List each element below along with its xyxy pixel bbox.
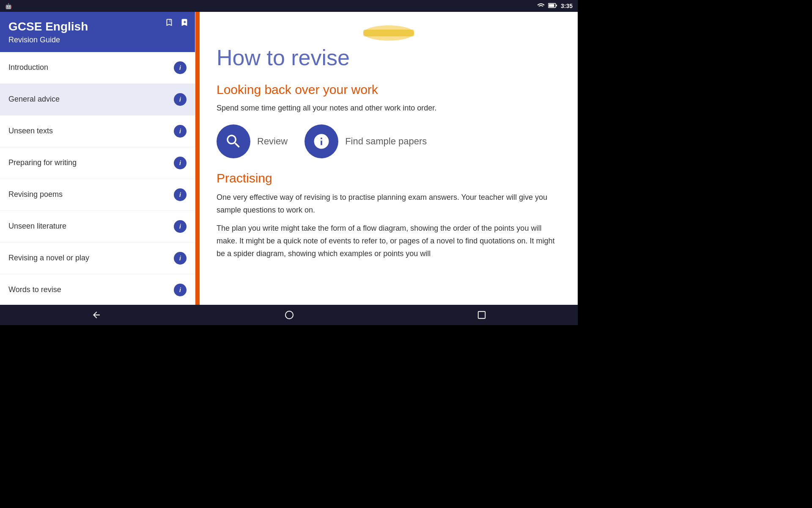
svg-rect-2 bbox=[556, 5, 557, 6]
pencil-decoration bbox=[346, 25, 431, 41]
app-container: GCSE English Revision Guide Introduction… bbox=[0, 12, 578, 305]
info-icon-unseen-literature[interactable]: i bbox=[174, 220, 187, 233]
section1-text: Spend some time getting all your notes a… bbox=[217, 102, 561, 114]
review-label: Review bbox=[257, 136, 288, 147]
sidebar-header-icons bbox=[165, 18, 189, 29]
nav-item-revising-poems[interactable]: Revising poems i bbox=[0, 179, 195, 211]
nav-item-label: Words to revise bbox=[8, 285, 174, 294]
sidebar-header: GCSE English Revision Guide bbox=[0, 12, 195, 52]
review-button[interactable]: Review bbox=[217, 124, 288, 158]
info-icon-preparing-for-writing[interactable]: i bbox=[174, 157, 187, 169]
accent-bar bbox=[195, 12, 200, 305]
status-bar-right: 3:35 bbox=[537, 3, 573, 10]
section2-heading: Practising bbox=[217, 171, 561, 185]
nav-item-unseen-literature[interactable]: Unseen literature i bbox=[0, 211, 195, 243]
nav-item-label: General advice bbox=[8, 95, 174, 104]
nav-item-label: Unseen literature bbox=[8, 222, 174, 231]
sidebar-nav: Introduction i General advice i Unseen t… bbox=[0, 52, 195, 305]
wifi-icon bbox=[537, 3, 545, 10]
find-sample-papers-label: Find sample papers bbox=[345, 136, 427, 147]
section2-para2: The plan you write might take the form o… bbox=[217, 222, 561, 260]
info-icon-revising-poems[interactable]: i bbox=[174, 188, 187, 201]
nav-item-words-to-revise[interactable]: Words to revise i bbox=[0, 274, 195, 305]
info-icon-circle bbox=[304, 124, 338, 158]
sidebar-title: GCSE English bbox=[8, 19, 187, 34]
info-icon-unseen-texts[interactable]: i bbox=[174, 125, 187, 138]
add-bookmark-icon[interactable] bbox=[180, 18, 189, 29]
info-icon-revising-novel[interactable]: i bbox=[174, 252, 187, 265]
main-content: How to revise Looking back over your wor… bbox=[200, 12, 578, 305]
info-icon-general-advice[interactable]: i bbox=[174, 93, 187, 106]
top-image-area bbox=[217, 25, 561, 41]
status-bar: 🤖 3:35 bbox=[0, 0, 578, 12]
time-display: 3:35 bbox=[561, 3, 573, 9]
status-bar-left: 🤖 bbox=[5, 3, 12, 9]
nav-item-label: Revising a novel or play bbox=[8, 254, 174, 262]
nav-item-label: Unseen texts bbox=[8, 127, 174, 135]
nav-item-label: Introduction bbox=[8, 63, 174, 72]
recent-apps-button[interactable] bbox=[464, 307, 499, 323]
nav-item-introduction[interactable]: Introduction i bbox=[0, 52, 195, 84]
nav-item-general-advice[interactable]: General advice i bbox=[0, 84, 195, 116]
svg-rect-6 bbox=[478, 312, 486, 319]
section1-heading: Looking back over your work bbox=[217, 83, 561, 97]
nav-item-revising-novel-or-play[interactable]: Revising a novel or play i bbox=[0, 243, 195, 274]
back-button[interactable] bbox=[79, 306, 114, 323]
action-buttons: Review Find sample papers bbox=[217, 124, 561, 158]
svg-rect-1 bbox=[549, 4, 554, 7]
sidebar: GCSE English Revision Guide Introduction… bbox=[0, 12, 195, 305]
nav-item-unseen-texts[interactable]: Unseen texts i bbox=[0, 116, 195, 147]
section2-para1: One very effective way of revising is to… bbox=[217, 191, 561, 216]
page-title: How to revise bbox=[217, 46, 561, 70]
nav-item-label: Preparing for writing bbox=[8, 158, 174, 167]
info-icon-words-to-revise[interactable]: i bbox=[174, 284, 187, 296]
bottom-nav bbox=[0, 305, 578, 325]
nav-item-label: Revising poems bbox=[8, 190, 174, 199]
info-icon-introduction[interactable]: i bbox=[174, 61, 187, 74]
svg-rect-4 bbox=[363, 30, 414, 36]
android-icon: 🤖 bbox=[5, 3, 12, 9]
home-button[interactable] bbox=[272, 306, 307, 323]
battery-icon bbox=[548, 3, 557, 9]
nav-item-preparing-for-writing[interactable]: Preparing for writing i bbox=[0, 147, 195, 179]
bookmark-icon[interactable] bbox=[165, 18, 174, 29]
svg-point-5 bbox=[285, 311, 293, 319]
review-icon-circle bbox=[217, 124, 250, 158]
find-sample-papers-button[interactable]: Find sample papers bbox=[304, 124, 427, 158]
sidebar-subtitle: Revision Guide bbox=[8, 36, 187, 44]
